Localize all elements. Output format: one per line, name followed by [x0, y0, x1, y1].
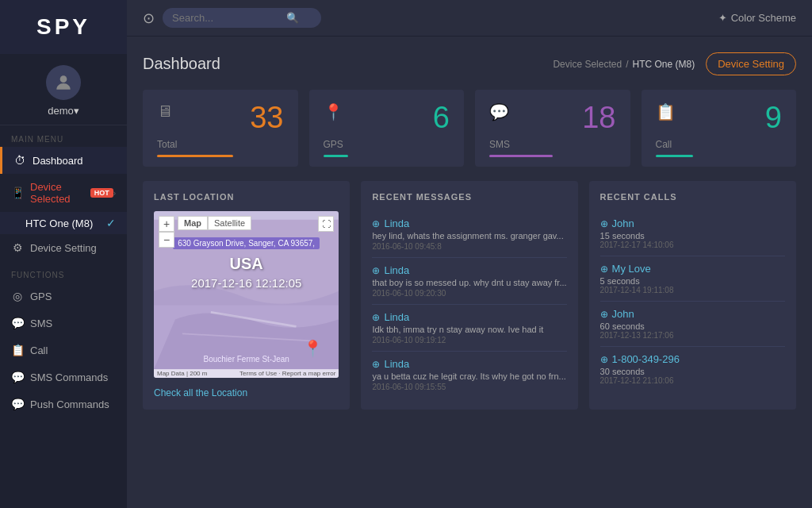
map-tab-map[interactable]: Map	[178, 216, 208, 230]
message-text: that boy is so messed up. why dnt u stay…	[372, 278, 566, 287]
call-time: 2017-12-17 14:10:06	[600, 241, 785, 249]
svg-point-0	[60, 75, 67, 83]
search-input[interactable]	[172, 12, 283, 24]
calls-panel-title: RECENT CALLS	[600, 192, 785, 202]
sidebar-item-device-setting[interactable]: ⚙ Device Setting	[0, 234, 127, 261]
topbar: ⊙ 🔍 ✦ Color Scheme	[127, 0, 812, 37]
call-duration: 30 seconds	[600, 367, 785, 376]
total-number: 33	[250, 102, 283, 133]
checkmark-icon: ✓	[106, 217, 116, 229]
sidebar-item-gps[interactable]: ◎ GPS	[0, 283, 127, 310]
message-time: 2016-06-10 09:15:55	[372, 383, 566, 391]
gear-icon: ⚙	[11, 241, 24, 254]
list-item[interactable]: ⊕1-800-349-296 30 seconds 2017-12-12 21:…	[600, 347, 785, 391]
contact-icon: ⊕	[372, 359, 380, 370]
sidebar-item-push-commands[interactable]: 💬 Push Commands	[0, 391, 127, 418]
stats-row: 🖥 33 Total 📍 6 GPS 💬 18	[143, 90, 796, 167]
sidebar-item-dashboard[interactable]: ⏱ Dashboard	[0, 147, 127, 174]
device-icon: 📱	[11, 187, 24, 199]
messages-panel-title: RECENT MESSAGES	[372, 192, 566, 202]
device-setting-button[interactable]: Device Setting	[706, 52, 796, 75]
stat-card-sms: 💬 18 SMS	[475, 90, 630, 167]
sidebar-item-label: Call	[30, 344, 48, 356]
avatar	[46, 65, 81, 100]
call-time: 2017-12-12 21:10:06	[600, 376, 785, 385]
total-label: Total	[157, 139, 284, 150]
message-time: 2016-06-10 09:45:8	[372, 242, 566, 251]
sms-commands-icon: 💬	[11, 371, 24, 383]
breadcrumb-device: Device Selected	[553, 59, 622, 70]
sidebar-item-label: SMS	[30, 318, 52, 329]
sidebar-item-label: Device Selected	[30, 181, 86, 205]
map-panel: LAST LOCATION + −	[143, 181, 350, 410]
back-icon[interactable]: ⊙	[143, 10, 155, 27]
contact-icon: ⊕	[372, 218, 380, 229]
call-stat-icon: 📋	[656, 102, 676, 121]
sidebar-item-call[interactable]: 📋 Call	[0, 337, 127, 364]
map-attribution: Map Data | 200 m Terms of Use · Report a…	[154, 369, 339, 378]
map-data-label: Map Data | 200 m	[157, 370, 207, 377]
call-contact-name: John	[612, 308, 634, 320]
messages-list: ⊕Linda hey lind, whats the assignment ms…	[372, 211, 566, 398]
sidebar-item-device-selected[interactable]: 📱 Device Selected HOT ›	[0, 174, 127, 212]
message-sender: Linda	[384, 217, 409, 229]
map-panel-title: LAST LOCATION	[154, 192, 339, 202]
device-name: HTC One (M8)	[25, 217, 106, 229]
color-scheme-button[interactable]: ✦ Color Scheme	[718, 12, 796, 24]
total-bar	[157, 155, 233, 157]
sidebar-item-label: Dashboard	[33, 155, 83, 167]
call-label: Call	[656, 139, 783, 150]
user-name[interactable]: demo▾	[48, 105, 79, 117]
main-content: ⊙ 🔍 ✦ Color Scheme Dashboard Device Sele…	[127, 0, 812, 508]
sidebar-item-sms-commands[interactable]: 💬 SMS Commands	[0, 364, 127, 391]
calls-list: ⊕John 15 seconds 2017-12-17 14:10:06 ⊕My…	[600, 211, 785, 391]
sidebar-item-label: Push Commands	[30, 398, 109, 410]
breadcrumb-current: HTC One (M8)	[632, 59, 695, 70]
device-name-row[interactable]: HTC One (M8) ✓	[0, 212, 127, 234]
map-terms[interactable]: Terms of Use · Report a map error	[239, 370, 335, 377]
gps-stat-icon: 📍	[324, 102, 343, 121]
list-item[interactable]: ⊕Linda ya u betta cuz he legit cray. Its…	[372, 352, 566, 398]
app-name: SPY	[36, 14, 90, 39]
list-item[interactable]: ⊕Linda that boy is so messed up. why dnt…	[372, 258, 566, 305]
list-item[interactable]: ⊕John 60 seconds 2017-12-13 12:17:06	[600, 302, 785, 347]
message-text: ya u betta cuz he legit cray. Its why he…	[372, 371, 566, 381]
map-tab-satellite[interactable]: Satellite	[208, 216, 251, 230]
call-time: 2017-12-13 12:17:06	[600, 331, 785, 340]
map-zoom-in-button[interactable]: +	[159, 216, 174, 232]
search-icon: 🔍	[286, 12, 299, 24]
map-tab-row: Map Satellite	[178, 216, 251, 230]
user-profile: demo▾	[0, 54, 127, 125]
gps-number: 6	[433, 102, 450, 133]
map-country: USA	[154, 255, 339, 273]
total-icon: 🖥	[157, 102, 173, 121]
list-item[interactable]: ⊕My Love 5 seconds 2017-12-14 19:11:08	[600, 256, 785, 302]
sidebar-item-sms[interactable]: 💬 SMS	[0, 310, 127, 337]
call-duration: 15 seconds	[600, 231, 785, 241]
list-item[interactable]: ⊕John 15 seconds 2017-12-17 14:10:06	[600, 211, 785, 256]
gps-label: GPS	[324, 139, 450, 150]
map-country-overlay: USA	[154, 255, 339, 273]
breadcrumb-sep: /	[626, 59, 628, 70]
breadcrumb: Device Selected / HTC One (M8)	[553, 59, 695, 70]
map-fullscreen-button[interactable]: ⛶	[318, 216, 334, 232]
list-item[interactable]: ⊕Linda Idk tbh, imma try n stay away now…	[372, 305, 566, 352]
message-sender: Linda	[384, 358, 409, 370]
list-item[interactable]: ⊕Linda hey lind, whats the assignment ms…	[372, 211, 566, 258]
contact-icon: ⊕	[600, 264, 608, 275]
call-bar	[656, 155, 694, 157]
message-time: 2016-06-10 09:19:12	[372, 336, 566, 344]
call-duration: 5 seconds	[600, 276, 785, 286]
chevron-right-icon: ›	[113, 189, 116, 198]
sms-icon: 💬	[11, 317, 24, 329]
page-title: Dashboard	[143, 55, 553, 73]
map-container: + − Map Satellite ⛶ 630 Grayson Drive, S…	[154, 211, 339, 378]
dashboard-icon: ⏱	[13, 154, 26, 167]
sms-bar	[489, 155, 553, 157]
stat-card-gps: 📍 6 GPS	[309, 90, 465, 167]
functions-label: FUNCTIONS	[0, 261, 127, 283]
map-zoom-out-button[interactable]: −	[159, 232, 174, 248]
contact-icon: ⊕	[600, 218, 608, 229]
call-time: 2017-12-14 19:11:08	[600, 286, 785, 294]
check-location-link[interactable]: Check all the Location	[154, 387, 247, 398]
